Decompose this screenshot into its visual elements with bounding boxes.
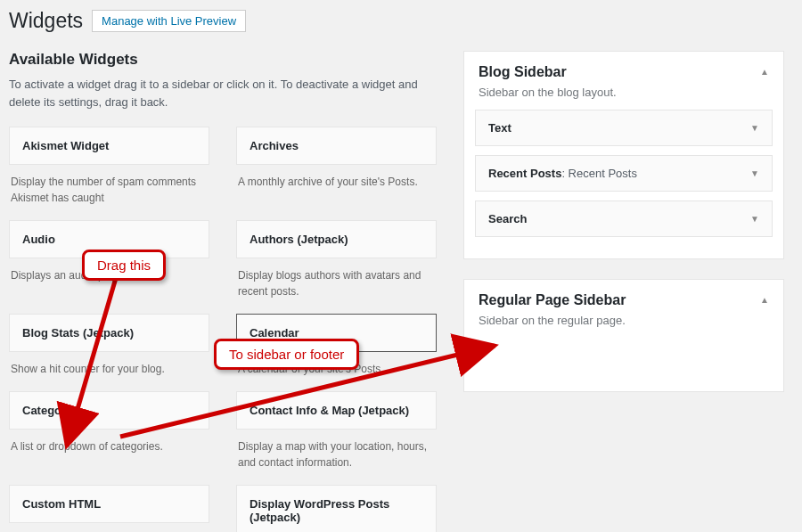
- sidebar-regular-page: Regular Page Sidebar ▲ Sidebar on the re…: [463, 279, 784, 392]
- chevron-down-icon: ▼: [750, 124, 759, 133]
- widget-authors[interactable]: Authors (Jetpack): [236, 220, 437, 258]
- available-widgets-title: Available Widgets: [9, 51, 437, 69]
- widget-item: Categories A list or dropdown of categor…: [9, 391, 209, 471]
- chevron-down-icon: ▼: [750, 169, 759, 178]
- widget-item: Archives A monthly archive of your site'…: [236, 127, 437, 206]
- widget-item: Blog Stats (Jetpack) Show a hit counter …: [9, 314, 209, 377]
- chevron-down-icon: ▼: [750, 215, 759, 224]
- widget-desc: A list or dropdown of categories.: [9, 430, 209, 454]
- widget-item: Calendar A calendar of your site's Posts…: [236, 314, 437, 377]
- sidebar-blog-header[interactable]: Blog Sidebar ▲: [464, 52, 783, 86]
- widget-item: Custom HTML Arbitrary HTML code.: [9, 485, 209, 532]
- sidebar-widget-name: Recent Posts: [488, 167, 561, 180]
- sidebar-widget-name: Search: [488, 212, 527, 225]
- widget-contact-info[interactable]: Contact Info & Map (Jetpack): [236, 391, 437, 430]
- widget-item: Authors (Jetpack) Display blogs authors …: [236, 220, 437, 299]
- widget-item: Display WordPress Posts (Jetpack) Displa…: [236, 485, 437, 532]
- sidebar-widget-recent-posts[interactable]: Recent Posts: Recent Posts ▼: [475, 155, 773, 192]
- sidebar-widget-text[interactable]: Text ▼: [475, 110, 773, 146]
- widget-desc: Displays an audio player.: [9, 258, 209, 283]
- chevron-up-icon: ▲: [760, 68, 769, 77]
- sidebar-regular-header[interactable]: Regular Page Sidebar ▲: [464, 280, 783, 314]
- widget-blog-stats[interactable]: Blog Stats (Jetpack): [9, 314, 209, 352]
- sidebar-widget-name: Text: [488, 121, 511, 135]
- widget-archives[interactable]: Archives: [236, 127, 437, 165]
- sidebar-regular-title: Regular Page Sidebar: [479, 292, 626, 308]
- page-header: Widgets Manage with Live Preview: [9, 9, 784, 33]
- available-widgets-panel: Available Widgets To activate a widget d…: [9, 51, 437, 532]
- sidebar-blog-desc: Sidebar on the blog layout.: [464, 86, 783, 110]
- sidebar-areas-panel: Blog Sidebar ▲ Sidebar on the blog layou…: [463, 51, 784, 532]
- sidebar-blog: Blog Sidebar ▲ Sidebar on the blog layou…: [463, 51, 784, 259]
- chevron-up-icon: ▲: [760, 296, 769, 305]
- widget-calendar[interactable]: Calendar: [236, 314, 437, 352]
- page-title: Widgets: [9, 9, 83, 33]
- available-widgets-desc: To activate a widget drag it to a sideba…: [9, 76, 419, 110]
- sidebar-widget-sub: : Recent Posts: [561, 167, 637, 180]
- manage-live-preview-button[interactable]: Manage with Live Preview: [92, 10, 246, 32]
- widget-desc: A calendar of your site's Posts.: [236, 352, 437, 377]
- available-widgets-grid: Akismet Widget Display the number of spa…: [9, 127, 437, 532]
- widget-akismet[interactable]: Akismet Widget: [9, 127, 209, 165]
- widget-custom-html[interactable]: Custom HTML: [9, 485, 209, 523]
- widget-desc: Show a hit counter for your blog.: [9, 352, 209, 377]
- widget-categories[interactable]: Categories: [9, 391, 209, 430]
- widget-item: Contact Info & Map (Jetpack) Display a m…: [236, 391, 437, 471]
- widget-item: Audio Displays an audio player.: [9, 220, 209, 299]
- widget-desc: Arbitrary HTML code.: [9, 523, 209, 532]
- widget-item: Akismet Widget Display the number of spa…: [9, 127, 209, 206]
- widget-audio[interactable]: Audio: [9, 220, 209, 258]
- sidebar-blog-title: Blog Sidebar: [479, 64, 567, 80]
- sidebar-regular-desc: Sidebar on the regular page.: [464, 314, 783, 338]
- widget-desc: Display the number of spam comments Akis…: [9, 165, 209, 206]
- widget-desc: Display a map with your location, hours,…: [236, 430, 437, 471]
- widget-desc: Display blogs authors with avatars and r…: [236, 258, 437, 299]
- sidebar-widget-search[interactable]: Search ▼: [475, 201, 773, 237]
- widget-desc: A monthly archive of your site's Posts.: [236, 165, 437, 190]
- widget-display-posts[interactable]: Display WordPress Posts (Jetpack): [236, 485, 437, 532]
